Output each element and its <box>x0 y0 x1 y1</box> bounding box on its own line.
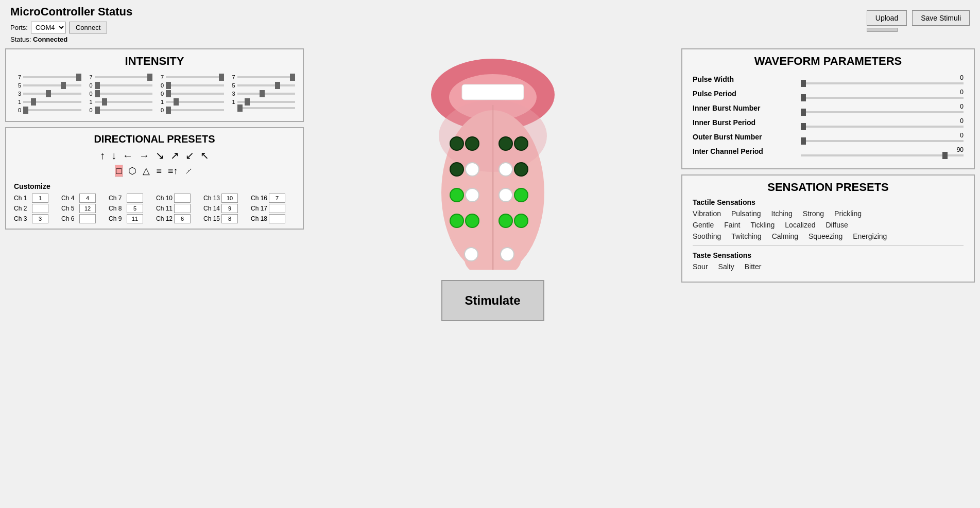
arrow-btn-7[interactable]: ↖ <box>199 149 210 162</box>
slider-input-3-1[interactable] <box>237 84 296 86</box>
sensation-tactile-row-1-1[interactable]: Pulsating <box>731 209 761 218</box>
param-slider-1[interactable] <box>801 97 964 99</box>
slider-input-1-2[interactable] <box>95 93 153 95</box>
ch-input-1-2[interactable] <box>127 204 143 213</box>
electrode-0-1[interactable] <box>465 136 479 151</box>
ch-input-2-1[interactable] <box>79 214 96 223</box>
ch-input-0-5[interactable] <box>269 194 285 203</box>
slider-input-0-2[interactable] <box>23 93 81 95</box>
lines-up-shape-button[interactable]: ≡↑ <box>167 165 179 177</box>
slider-input-1-4[interactable] <box>95 109 153 111</box>
electrode-3-2[interactable] <box>498 214 513 228</box>
connect-button[interactable]: Connect <box>69 22 107 33</box>
slider-input-3-0[interactable] <box>237 76 296 78</box>
electrode-0-2[interactable] <box>498 136 513 151</box>
electrode-2-1[interactable] <box>465 188 479 202</box>
ch-input-2-5[interactable] <box>269 214 285 223</box>
arrow-btn-2[interactable]: ← <box>122 149 134 162</box>
param-slider-5[interactable] <box>801 154 964 156</box>
sensation-taste-row-1-0[interactable]: Sour <box>693 262 708 271</box>
sensation-tactile-row-2-0[interactable]: Gentle <box>693 221 714 229</box>
electrode-0-3[interactable] <box>514 136 528 151</box>
sensation-tactile-row-2-4[interactable]: Diffuse <box>826 221 848 229</box>
zigzag-shape-button[interactable]: ⟋ <box>183 165 194 177</box>
electrode-2-3[interactable] <box>514 188 528 202</box>
sensation-tactile-row-1-2[interactable]: Itching <box>771 209 793 218</box>
ch-label-2-0: Ch 3 <box>14 215 30 222</box>
square-shape-button[interactable]: □ <box>115 165 124 177</box>
arrow-btn-6[interactable]: ↙ <box>184 149 195 162</box>
sensation-tactile-row-1-0[interactable]: Vibration <box>693 209 721 218</box>
param-slider-3[interactable] <box>801 126 964 128</box>
ch-input-0-0[interactable] <box>32 194 48 203</box>
ch-input-2-0[interactable] <box>32 214 48 223</box>
port-select[interactable]: COM4 <box>31 22 66 33</box>
electrode-0-0[interactable] <box>450 136 464 151</box>
sensation-tactile-row-3-4[interactable]: Energizing <box>853 232 887 240</box>
hexagon-shape-button[interactable]: ⬡ <box>127 165 137 177</box>
ch-input-2-2[interactable] <box>127 214 143 223</box>
slider-input-0-0[interactable] <box>23 76 81 78</box>
electrode-1-0[interactable] <box>450 162 464 177</box>
slider-input-3-2[interactable] <box>237 93 296 95</box>
electrode-1-3[interactable] <box>514 162 528 177</box>
sensation-tactile-row-3-1[interactable]: Twitching <box>731 232 761 240</box>
sensation-tactile-row-1-3[interactable]: Strong <box>803 209 824 218</box>
arrow-btn-1[interactable]: ↓ <box>110 149 117 162</box>
slider-input-3-3[interactable] <box>237 101 296 103</box>
electrode-2-2[interactable] <box>498 188 513 202</box>
arrow-btn-3[interactable]: → <box>138 149 150 162</box>
electrode-1-2[interactable] <box>498 162 513 177</box>
param-slider-4[interactable] <box>801 140 964 142</box>
sensation-tactile-row-3-0[interactable]: Soothing <box>693 232 721 240</box>
arrow-btn-5[interactable]: ↗ <box>169 149 180 162</box>
lines-shape-button[interactable]: ≡ <box>155 165 163 177</box>
electrode-3-0[interactable] <box>450 214 464 228</box>
sensation-taste-row-1-2[interactable]: Bitter <box>745 262 762 271</box>
electrode-3-1[interactable] <box>465 214 479 228</box>
slider-input-2-1[interactable] <box>166 84 224 86</box>
ch-input-0-3[interactable] <box>174 194 191 203</box>
slider-input-0-4[interactable] <box>23 109 81 111</box>
ch-input-1-5[interactable] <box>269 204 285 213</box>
ch-input-1-4[interactable] <box>221 204 238 213</box>
slider-input-2-2[interactable] <box>166 93 224 95</box>
slider-input-1-0[interactable] <box>95 76 153 78</box>
ch-input-0-4[interactable] <box>221 194 238 203</box>
slider-input-1-3[interactable] <box>95 101 153 103</box>
electrode-3-3[interactable] <box>514 214 528 228</box>
sensation-tactile-row-2-1[interactable]: Faint <box>724 221 740 229</box>
sensation-taste-row-1-1[interactable]: Salty <box>718 262 734 271</box>
slider-input-0-1[interactable] <box>23 84 81 86</box>
sensation-tactile-row-3-2[interactable]: Calming <box>772 232 798 240</box>
slider-input-0-3[interactable] <box>23 101 81 103</box>
ch-input-0-1[interactable] <box>79 194 96 203</box>
ch-input-1-0[interactable] <box>32 204 48 213</box>
slider-input-2-0[interactable] <box>166 76 224 78</box>
sensation-tactile-row-2-3[interactable]: Localized <box>785 221 815 229</box>
upload-button[interactable]: Upload <box>867 10 907 26</box>
stimulate-button[interactable]: Stimulate <box>441 280 544 321</box>
electrode-4-1[interactable] <box>500 247 514 261</box>
ch-input-2-4[interactable] <box>221 214 238 223</box>
electrode-4-0[interactable] <box>464 247 478 261</box>
electrode-2-0[interactable] <box>450 188 464 202</box>
ch-input-1-3[interactable] <box>174 204 191 213</box>
slider-input-3-4[interactable] <box>237 107 296 109</box>
arrow-btn-4[interactable]: ↘ <box>154 149 165 162</box>
slider-input-2-3[interactable] <box>166 101 224 103</box>
sensation-tactile-row-1-4[interactable]: Prickling <box>834 209 862 218</box>
ch-input-0-2[interactable] <box>127 194 143 203</box>
sensation-tactile-row-2-2[interactable]: Tickling <box>750 221 775 229</box>
param-slider-0[interactable] <box>801 82 964 84</box>
arrow-btn-0[interactable]: ↑ <box>99 149 106 162</box>
save-stimuli-button[interactable]: Save Stimuli <box>912 10 970 26</box>
electrode-1-1[interactable] <box>465 162 479 177</box>
ch-input-1-1[interactable] <box>79 204 96 213</box>
ch-input-2-3[interactable] <box>174 214 191 223</box>
triangle-shape-button[interactable]: △ <box>142 165 151 177</box>
slider-input-2-4[interactable] <box>166 109 224 111</box>
slider-input-1-1[interactable] <box>95 84 153 86</box>
param-slider-2[interactable] <box>801 111 964 113</box>
sensation-tactile-row-3-3[interactable]: Squeezing <box>809 232 843 240</box>
